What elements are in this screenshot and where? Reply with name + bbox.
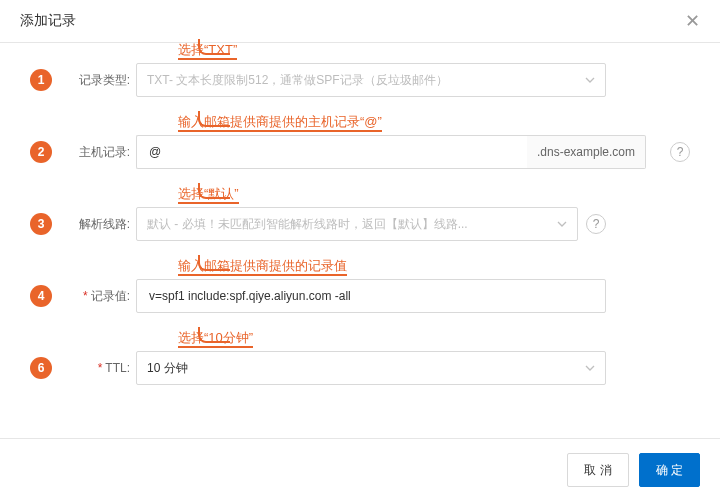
- help-icon[interactable]: ?: [586, 214, 606, 234]
- step-badge-2: 2: [30, 141, 52, 163]
- label-record-value: 记录值:: [58, 288, 136, 305]
- dialog-title: 添加记录: [20, 12, 76, 30]
- cancel-button[interactable]: 取 消: [567, 453, 628, 487]
- dialog-footer: 取 消 确 定: [0, 438, 720, 501]
- row-resolve-line: 选择“默认” 3 解析线路: 默认 - 必填！未匹配到智能解析线路时，返回【默认…: [30, 207, 690, 241]
- label-resolve-line: 解析线路:: [58, 216, 136, 233]
- input-record-value[interactable]: [136, 279, 606, 313]
- label-host-record: 主机记录:: [58, 144, 136, 161]
- close-icon[interactable]: ✕: [685, 12, 700, 30]
- label-ttl: TTL:: [58, 361, 136, 375]
- dialog-header: 添加记录 ✕: [0, 0, 720, 43]
- select-value: TXT- 文本长度限制512，通常做SPF记录（反垃圾邮件）: [147, 72, 448, 89]
- select-record-type[interactable]: TXT- 文本长度限制512，通常做SPF记录（反垃圾邮件）: [136, 63, 606, 97]
- connector-icon: [198, 111, 230, 127]
- chevron-down-icon: [585, 75, 595, 85]
- select-resolve-line[interactable]: 默认 - 必填！未匹配到智能解析线路时，返回【默认】线路...: [136, 207, 578, 241]
- row-host-record: 输入邮箱提供商提供的主机记录“@” 2 主机记录: .dns-example.c…: [30, 135, 690, 169]
- select-value: 默认 - 必填！未匹配到智能解析线路时，返回【默认】线路...: [147, 216, 468, 233]
- confirm-button[interactable]: 确 定: [639, 453, 700, 487]
- add-record-dialog: 添加记录 ✕ 选择“TXT” 1 记录类型: TXT- 文本长度限制512，通常…: [0, 0, 720, 501]
- input-host-record-field[interactable]: [147, 144, 497, 160]
- step-badge-1: 1: [30, 69, 52, 91]
- chevron-down-icon: [557, 219, 567, 229]
- select-ttl[interactable]: 10 分钟: [136, 351, 606, 385]
- dialog-body: 选择“TXT” 1 记录类型: TXT- 文本长度限制512，通常做SPF记录（…: [0, 43, 720, 385]
- row-ttl: 选择“10分钟” 6 TTL: 10 分钟: [30, 351, 690, 385]
- label-record-type: 记录类型:: [58, 72, 136, 89]
- connector-icon: [198, 183, 230, 199]
- select-value: 10 分钟: [147, 360, 188, 377]
- input-host-record[interactable]: [136, 135, 527, 169]
- help-icon[interactable]: ?: [670, 142, 690, 162]
- step-badge-6: 6: [30, 357, 52, 379]
- connector-icon: [198, 327, 230, 343]
- connector-icon: [198, 255, 230, 271]
- input-record-value-field[interactable]: [147, 288, 575, 304]
- row-record-type: 选择“TXT” 1 记录类型: TXT- 文本长度限制512，通常做SPF记录（…: [30, 63, 690, 97]
- step-badge-3: 3: [30, 213, 52, 235]
- row-record-value: 输入邮箱提供商提供的记录值 4 记录值:: [30, 279, 690, 313]
- chevron-down-icon: [585, 363, 595, 373]
- step-badge-4: 4: [30, 285, 52, 307]
- connector-icon: [198, 39, 230, 55]
- host-suffix: .dns-example.com: [527, 135, 646, 169]
